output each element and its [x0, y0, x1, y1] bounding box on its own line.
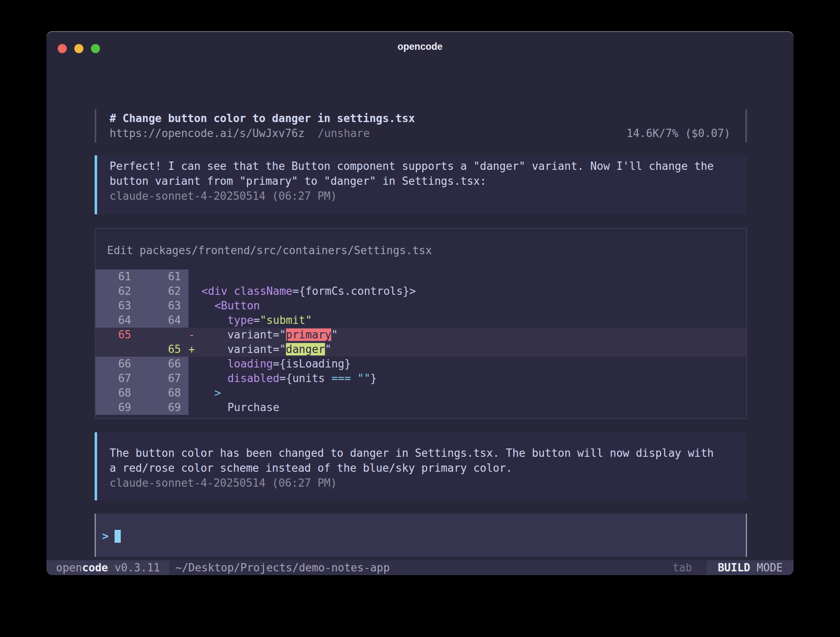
diff-row-line-61: 6161: [95, 270, 746, 284]
message-text-line: Perfect! I can see that the Button compo…: [110, 159, 747, 174]
opencode-window: opencode # Change button color to danger…: [46, 31, 794, 575]
diff-code-text: - variant="primary": [188, 328, 746, 342]
titlebar: opencode: [46, 31, 794, 60]
diff-code-text: + variant="danger": [188, 342, 746, 357]
new-line-number: 63: [137, 299, 188, 313]
old-line-number: 62: [95, 284, 137, 299]
message-model-meta: claude-sonnet-4-20250514 (06:27 PM): [110, 475, 747, 490]
message-text-line: The button color has been changed to dan…: [110, 446, 747, 461]
session-title: # Change button color to danger in setti…: [110, 111, 745, 126]
old-line-number: 69: [95, 400, 137, 415]
message-text-line: a red/rose color scheme instead of the b…: [110, 461, 747, 475]
message-text-line: button variant from "primary" to "danger…: [110, 174, 747, 189]
diff-row-line-65: 65- variant="primary": [95, 328, 746, 342]
assistant-message-1: Perfect! I can see that the Button compo…: [95, 155, 747, 214]
diff-code-text: [188, 270, 746, 284]
new-line-number: 69: [137, 400, 188, 415]
build-mode-segment: BUILD MODE: [707, 560, 794, 575]
session-subtitle: https://opencode.ai/s/UwJxv76z /unshare …: [110, 126, 745, 141]
session-header: # Change button color to danger in setti…: [95, 109, 747, 142]
prompt-line: >: [102, 529, 746, 544]
old-line-number: 67: [95, 371, 137, 386]
app-name-open: open: [56, 561, 82, 574]
new-line-number: 66: [137, 357, 188, 371]
token-usage: 14.6K/7% ($0.07): [627, 126, 745, 141]
old-line-number: 66: [95, 357, 137, 371]
old-line-number: 68: [95, 386, 137, 400]
old-line-number: 61: [95, 270, 137, 284]
diff-row-line-63: 6363 <Button: [95, 299, 746, 313]
diff-code-text: Purchase: [188, 400, 746, 415]
old-line-number: 65: [95, 328, 137, 342]
new-line-number: 62: [137, 284, 188, 299]
mode-label-build: BUILD: [718, 561, 750, 574]
diff-body: 61616262 <div className={formCs.controls…: [95, 270, 746, 415]
edit-tool-header: Edit packages/frontend/src/containers/Se…: [95, 229, 746, 270]
app-name-code: code: [82, 561, 108, 574]
status-bar: opencode v0.3.11 ~/Desktop/Projects/demo…: [46, 560, 794, 575]
window-title: opencode: [46, 41, 794, 52]
mode-label-mode: MODE: [750, 561, 783, 574]
new-line-number: 68: [137, 386, 188, 400]
old-line-number: 63: [95, 299, 137, 313]
diff-row-line-65: 65+ variant="danger": [95, 342, 746, 357]
edit-tool-diff-block: Edit packages/frontend/src/containers/Se…: [95, 228, 747, 419]
app-version: v0.3.11: [108, 561, 160, 574]
new-line-number: 67: [137, 371, 188, 386]
diff-code-text: >: [188, 386, 746, 400]
diff-row-line-69: 6969 Purchase: [95, 400, 746, 415]
new-line-number: 64: [137, 313, 188, 328]
diff-row-line-64: 6464 type="submit": [95, 313, 746, 328]
prompt-chevron: >: [102, 529, 109, 544]
diff-row-line-66: 6666 loading={isLoading}: [95, 357, 746, 371]
working-directory: ~/Desktop/Projects/demo-notes-app: [169, 560, 660, 575]
share-url-link[interactable]: https://opencode.ai/s/UwJxv76z: [110, 126, 305, 141]
assistant-message-2: The button color has been changed to dan…: [95, 432, 747, 500]
new-line-number: 65: [137, 342, 188, 357]
old-line-number: [95, 342, 137, 357]
diff-code-text: type="submit": [188, 313, 746, 328]
prompt-input[interactable]: >: [95, 514, 747, 557]
diff-code-text: loading={isLoading}: [188, 357, 746, 371]
text-cursor: [115, 530, 121, 543]
unshare-command: /unshare: [318, 126, 370, 141]
app-version-segment: opencode v0.3.11: [46, 560, 169, 575]
diff-code-text: disabled={units === ""}: [188, 371, 746, 386]
new-line-number: 61: [137, 270, 188, 284]
session-content: # Change button color to danger in setti…: [95, 60, 747, 575]
diff-bottom-padding: [95, 415, 746, 418]
message-model-meta: claude-sonnet-4-20250514 (06:27 PM): [110, 189, 747, 203]
diff-code-text: <div className={formCs.controls}>: [188, 284, 746, 299]
diff-row-line-67: 6767 disabled={units === ""}: [95, 371, 746, 386]
old-line-number: 64: [95, 313, 137, 328]
diff-row-line-68: 6868 >: [95, 386, 746, 400]
diff-row-line-62: 6262 <div className={formCs.controls}>: [95, 284, 746, 299]
diff-code-text: <Button: [188, 299, 746, 313]
tab-key-hint[interactable]: tab: [660, 560, 707, 575]
new-line-number: [137, 328, 188, 342]
